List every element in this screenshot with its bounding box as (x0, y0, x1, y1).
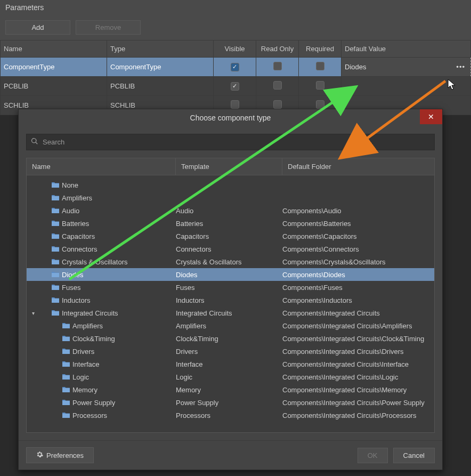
tree-row[interactable]: AudioAudioComponents\Audio (27, 204, 434, 217)
col-header-required[interactable]: Required (299, 41, 342, 58)
checkbox[interactable] (273, 81, 282, 90)
checkbox[interactable] (273, 62, 282, 70)
folder-icon (62, 412, 70, 419)
col-header-type[interactable]: Type (107, 41, 214, 58)
folder-icon (51, 296, 60, 304)
folder-icon (62, 373, 70, 381)
tree-row[interactable]: DiodesDiodesComponents\Diodes (27, 268, 434, 281)
tree-row[interactable]: AmplifiersAmplifiersComponents\Integrate… (27, 319, 434, 332)
tree-node-template: Clock&Timing (176, 335, 282, 343)
tree-node-name: Memory (72, 386, 98, 394)
folder-icon (51, 181, 60, 189)
tree-node-template: Logic (176, 373, 282, 381)
panel-title: Parameters (0, 0, 471, 15)
tree-row[interactable]: ▾Integrated CircuitsIntegrated CircuitsC… (27, 306, 434, 319)
gear-icon (36, 451, 43, 459)
tree-node-template: Memory (176, 386, 282, 394)
checkbox[interactable] (316, 81, 324, 90)
tree-row[interactable]: ConnectorsConnectorsComponents\Connector… (27, 243, 434, 255)
tree-node-folder: Components\Integrated Circuits\Interface (282, 360, 431, 368)
tree-node-template: Fuses (176, 284, 282, 292)
preferences-button[interactable]: Preferences (26, 447, 94, 463)
tree-row[interactable]: LogicLogicComponents\Integrated Circuits… (27, 370, 434, 383)
cell-default-value[interactable]: Diodes••• (342, 58, 471, 77)
search-placeholder: Search (43, 138, 64, 146)
checkbox[interactable]: ✓ (231, 63, 239, 71)
tree-node-folder: Components\Integrated Circuits\Drivers (282, 348, 431, 356)
tree-node-template: Processors (176, 412, 282, 419)
tree-node-folder: Components\Integrated Circuits (282, 309, 431, 317)
cancel-button[interactable]: Cancel (393, 448, 435, 463)
tree-header-name[interactable]: Name (27, 158, 176, 175)
search-input[interactable]: Search (26, 134, 435, 150)
tree-row[interactable]: Clock&TimingClock&TimingComponents\Integ… (27, 332, 434, 345)
tree-node-folder: Components\Inductors (282, 296, 431, 304)
tree-node-folder: Components\Fuses (282, 284, 431, 292)
col-header-name[interactable]: Name (1, 41, 107, 58)
tree-node-name: Integrated Circuits (62, 309, 118, 317)
table-row[interactable]: ComponentTypeComponentType✓Diodes••• (1, 58, 471, 77)
parameters-table: Name Type Visible Read Only Required Def… (0, 40, 471, 115)
tree-row[interactable]: InterfaceInterfaceComponents\Integrated … (27, 358, 434, 370)
col-header-visible[interactable]: Visible (214, 41, 256, 58)
cell-default-value[interactable] (342, 77, 471, 96)
folder-icon (51, 232, 60, 240)
folder-icon (62, 360, 70, 368)
tree-row[interactable]: Crystals & OscillatorsCrystals & Oscilla… (27, 255, 434, 268)
tree-node-name: Amplifiers (62, 194, 92, 202)
dialog-close-button[interactable]: ✕ (420, 109, 442, 124)
close-icon: ✕ (428, 112, 434, 121)
tree-row[interactable]: InductorsInductorsComponents\Inductors (27, 294, 434, 306)
checkbox[interactable]: ✓ (231, 82, 239, 91)
tree-node-name: Fuses (62, 284, 80, 292)
search-icon (31, 138, 38, 147)
folder-icon (51, 220, 60, 227)
tree-row[interactable]: Amplifiers (27, 191, 434, 204)
tree-node-name: Inductors (62, 296, 90, 304)
parameters-toolbar: Add Remove (0, 15, 471, 40)
tree-node-name: Logic (72, 373, 89, 381)
preferences-label: Preferences (46, 451, 84, 459)
tree-row[interactable]: CapacitorsCapacitorsComponents\Capacitor… (27, 230, 434, 243)
tree-node-folder: Components\Integrated Circuits\Logic (282, 373, 431, 381)
tree-node-name: Clock&Timing (72, 335, 115, 343)
tree-node-name: Diodes (62, 271, 83, 279)
tree-row[interactable]: MemoryMemoryComponents\Integrated Circui… (27, 383, 434, 396)
parameters-panel: Parameters Add Remove Name Type Visible … (0, 0, 471, 115)
tree-node-name: Batteries (62, 220, 89, 228)
folder-icon (62, 335, 70, 342)
tree-row[interactable]: Power SupplyPower SupplyComponents\Integ… (27, 396, 434, 409)
checkbox[interactable] (231, 100, 239, 109)
tree-node-template: Inductors (176, 296, 282, 304)
cell-type: ComponentType (107, 58, 214, 77)
ellipsis-button[interactable]: ••• (456, 63, 465, 71)
tree-node-folder: Components\Integrated Circuits\Amplifier… (282, 322, 431, 330)
checkbox[interactable] (316, 100, 324, 109)
tree-node-template: Batteries (176, 220, 282, 228)
tree-header-template[interactable]: Template (176, 158, 282, 175)
checkbox[interactable] (316, 62, 324, 70)
tree-node-folder: Components\Integrated Circuits\Power Sup… (282, 399, 431, 407)
tree-row[interactable]: BatteriesBatteriesComponents\Batteries (27, 217, 434, 230)
tree-row[interactable]: ProcessorsProcessorsComponents\Integrate… (27, 409, 434, 422)
tree-node-template: Capacitors (176, 232, 282, 240)
table-row[interactable]: PCBLIBPCBLIB✓ (1, 77, 471, 96)
cell-type: PCBLIB (107, 77, 214, 96)
folder-icon (51, 271, 60, 278)
checkbox[interactable] (273, 100, 282, 109)
folder-icon (51, 207, 60, 214)
tree-node-template: Crystals & Oscillators (176, 258, 282, 266)
tree-row[interactable]: None (27, 179, 434, 191)
col-header-default[interactable]: Default Value (342, 41, 471, 58)
tree-node-name: Power Supply (72, 399, 115, 407)
tree-row[interactable]: DriversDriversComponents\Integrated Circ… (27, 345, 434, 358)
tree-row[interactable]: FusesFusesComponents\Fuses (27, 281, 434, 294)
folder-icon (62, 348, 70, 355)
tree-node-name: None (62, 181, 78, 189)
tree-node-folder: Components\Integrated Circuits\Processor… (282, 412, 431, 419)
dialog-title-text: Choose component type (190, 114, 271, 122)
tree-header-folder[interactable]: Default Folder (282, 158, 434, 175)
col-header-readonly[interactable]: Read Only (256, 41, 299, 58)
expander-icon[interactable]: ▾ (30, 310, 36, 316)
add-button[interactable]: Add (5, 20, 70, 35)
